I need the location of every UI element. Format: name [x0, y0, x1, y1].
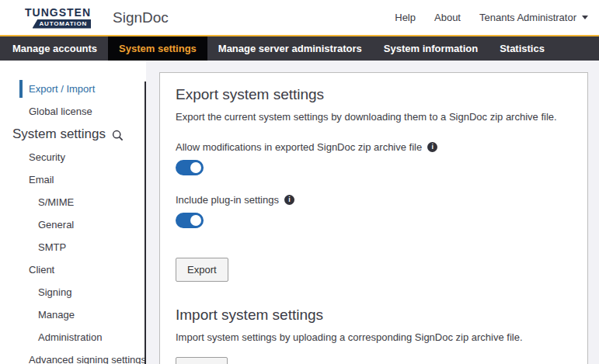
tab-manage-accounts[interactable]: Manage accounts [2, 36, 108, 61]
about-link[interactable]: About [434, 12, 461, 23]
sidebar-item-general[interactable]: General [0, 213, 146, 236]
header-links: Help About Tenants Administrator [395, 12, 588, 23]
tab-system-settings[interactable]: System settings [108, 36, 207, 61]
export-button[interactable]: Export [176, 258, 228, 282]
caret-down-icon [582, 16, 588, 19]
user-menu-dropdown[interactable]: Tenants Administrator [479, 12, 588, 23]
content-area: Export system settings Export the curren… [146, 61, 599, 364]
tab-statistics[interactable]: Statistics [489, 36, 555, 61]
logo-text-automation: AUTOMATION [33, 19, 91, 29]
export-import-panel: Export system settings Export the curren… [159, 72, 588, 364]
export-section-description: Export the current system settings by do… [176, 111, 572, 123]
sidebar-item-security[interactable]: Security [0, 146, 146, 168]
sidebar-section-system-settings: System settings [0, 123, 146, 146]
import-section-description: Import system settings by uploading a co… [176, 331, 572, 343]
info-icon[interactable]: i [427, 142, 437, 152]
sidebar-item-administration[interactable]: Administration [0, 326, 146, 348]
sidebar-item-global-license[interactable]: Global license [0, 100, 146, 123]
import-section-title: Import system settings [176, 307, 572, 324]
top-header: TUNGSTEN AUTOMATION SignDoc Help About T… [0, 0, 599, 35]
sidebar-item-manage[interactable]: Manage [0, 303, 146, 326]
import-button[interactable]: Import [176, 357, 228, 364]
tab-system-information[interactable]: System information [373, 36, 489, 61]
sidebar-item-smtp[interactable]: SMTP [0, 236, 146, 258]
toggle-knob [190, 162, 201, 173]
signdoc-admin-screen: TUNGSTEN AUTOMATION SignDoc Help About T… [0, 0, 599, 364]
user-menu-label: Tenants Administrator [479, 12, 576, 23]
search-icon[interactable] [112, 130, 124, 141]
settings-sidebar: Export / Import Global license System se… [0, 61, 146, 364]
info-icon[interactable]: i [284, 195, 294, 205]
toggle-knob [190, 215, 201, 226]
sidebar-item-signing[interactable]: Signing [0, 281, 146, 303]
sidebar-item-email[interactable]: Email [0, 168, 146, 191]
allow-modifications-label: Allow modifications in exported SignDoc … [176, 141, 422, 153]
allow-modifications-label-row: Allow modifications in exported SignDoc … [176, 141, 572, 153]
help-link[interactable]: Help [395, 12, 416, 23]
logo-text-tungsten: TUNGSTEN [25, 7, 91, 19]
allow-modifications-toggle[interactable] [176, 160, 204, 175]
sidebar-item-smime[interactable]: S/MIME [0, 191, 146, 213]
include-plugin-label-row: Include plug-in settings i [176, 194, 572, 206]
tab-manage-server-administrators[interactable]: Manage server administrators [207, 36, 373, 61]
include-plugin-toggle[interactable] [176, 213, 204, 228]
tungsten-automation-logo[interactable]: TUNGSTEN AUTOMATION [16, 7, 91, 29]
include-plugin-label: Include plug-in settings [176, 194, 279, 206]
sidebar-section-label: System settings [12, 127, 106, 142]
page-title: SignDoc [113, 9, 169, 26]
sidebar-item-client[interactable]: Client [0, 258, 146, 281]
export-section-title: Export system settings [176, 86, 572, 103]
sidebar-item-export-import[interactable]: Export / Import [0, 78, 146, 100]
sidebar-item-advanced-signing-settings[interactable]: Advanced signing settings [0, 348, 146, 364]
main-nav: Manage accounts System settings Manage s… [0, 35, 599, 61]
